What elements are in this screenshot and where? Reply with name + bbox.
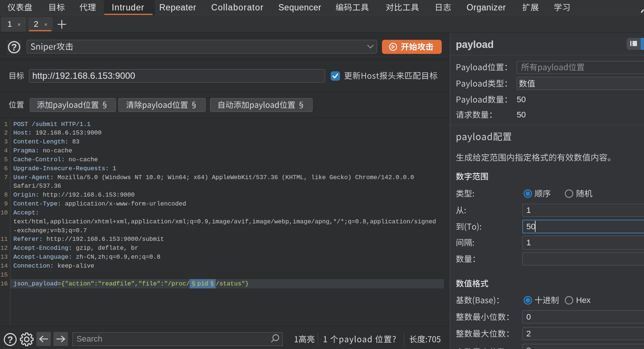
- svg-text:?: ?: [11, 42, 17, 52]
- svg-text:?: ?: [7, 335, 13, 345]
